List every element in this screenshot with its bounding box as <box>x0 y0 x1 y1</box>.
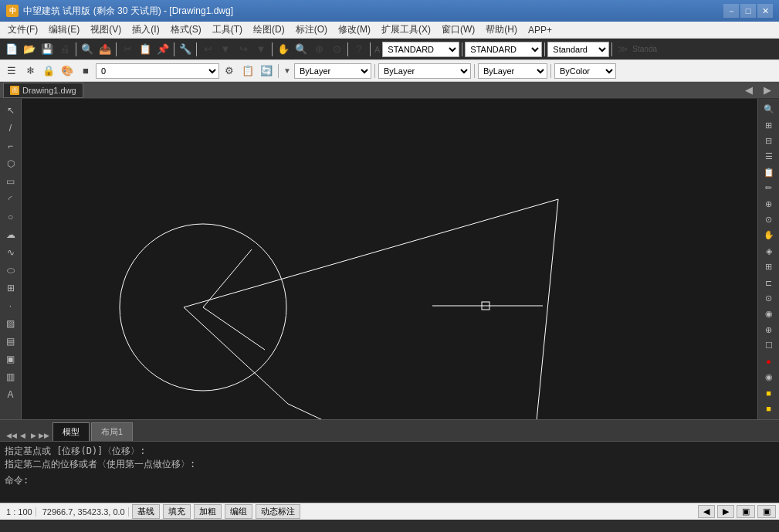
zoom-button[interactable]: ⊙ <box>328 41 345 58</box>
polar-r-button[interactable]: ⊙ <box>760 291 777 306</box>
point-button[interactable]: · <box>2 297 19 314</box>
layer-lock-button[interactable]: 🔒 <box>40 63 57 80</box>
grip1-button[interactable]: ▣ <box>737 505 755 518</box>
pan-button[interactable]: ✋ <box>275 41 292 58</box>
insert-block-button[interactable]: ⊞ <box>2 280 19 296</box>
osnap-r-button[interactable]: ◉ <box>760 307 777 321</box>
model-tab[interactable]: 模型 <box>52 422 90 441</box>
render-r-button[interactable]: ◉ <box>760 370 777 385</box>
tab-nav-next[interactable]: ▶ <box>28 430 39 441</box>
design-center-button[interactable]: ⊞ <box>760 117 777 132</box>
print-button[interactable]: 🖨 <box>56 41 73 58</box>
layer-icon2[interactable]: ■ <box>77 63 94 80</box>
bold-button[interactable]: 加粗 <box>194 504 222 519</box>
menu-ext-tools[interactable]: 扩展工具(X) <box>377 22 435 38</box>
publish-button[interactable]: 📤 <box>97 41 113 58</box>
otrack-r-button[interactable]: ⊕ <box>760 323 777 337</box>
more-button[interactable]: ≫ <box>615 41 632 58</box>
layer-color-button[interactable]: 🎨 <box>59 63 76 80</box>
ucs-r-button[interactable]: ☐ <box>760 338 777 353</box>
polyline-button[interactable]: ⌐ <box>2 137 19 154</box>
menu-edit[interactable]: 编辑(E) <box>44 22 84 38</box>
gradient-button[interactable]: ▤ <box>2 333 19 350</box>
menu-view[interactable]: 视图(V) <box>86 22 126 38</box>
minimize-button[interactable]: － <box>723 4 739 18</box>
menu-tools[interactable]: 工具(T) <box>208 22 247 38</box>
undo-button[interactable]: ↩ <box>199 41 216 58</box>
group-button[interactable]: 编组 <box>225 504 252 519</box>
cloud-button[interactable]: ☁ <box>2 226 19 243</box>
layout1-tab[interactable]: 布局1 <box>91 422 133 441</box>
menu-draw[interactable]: 绘图(D) <box>249 22 290 38</box>
paste-button[interactable]: 📌 <box>154 41 171 58</box>
fill-button[interactable]: 填充 <box>163 504 191 519</box>
redo-button[interactable]: ↪ <box>235 41 252 58</box>
zoom-r-button[interactable]: ⊙ <box>760 212 777 227</box>
spline-button[interactable]: ∿ <box>2 244 19 261</box>
scale-display[interactable]: 1 : 100 <box>3 507 36 517</box>
close-button[interactable]: ✕ <box>757 4 773 18</box>
multiline-text-button[interactable]: A <box>2 386 19 403</box>
wipeout-button[interactable]: ▥ <box>2 368 19 385</box>
menu-annotate[interactable]: 标注(O) <box>291 22 332 38</box>
lineweight-dropdown[interactable]: ByLayer <box>478 63 547 79</box>
dim-style-dropdown[interactable]: STANDARD <box>465 42 542 57</box>
zoom-window-button[interactable]: ⊕ <box>310 41 327 58</box>
rectangle-button[interactable]: ▭ <box>2 173 19 190</box>
dynamic-annotation-button[interactable]: 动态标注 <box>256 504 300 519</box>
match-prop-button[interactable]: 🔧 <box>177 41 194 58</box>
menu-app-plus[interactable]: APP+ <box>523 23 557 37</box>
grid-r-button[interactable]: ⊞ <box>760 259 777 274</box>
plotstyle-dropdown[interactable]: ByColor <box>554 63 616 79</box>
cut-button[interactable]: ✂ <box>119 41 136 58</box>
dimension-r-button[interactable]: ⊕ <box>760 196 777 211</box>
tab-nav-start[interactable]: ◀◀ <box>6 430 17 441</box>
layer-btn3[interactable]: 🔄 <box>258 63 275 80</box>
layer-properties-button[interactable]: ☰ <box>3 63 20 80</box>
menu-window[interactable]: 窗口(W) <box>437 22 479 38</box>
help-button[interactable]: ? <box>351 41 367 58</box>
text-style-dropdown[interactable]: STANDARD <box>382 42 459 57</box>
ellipse-button[interactable]: ⬭ <box>2 262 19 279</box>
print-preview-button[interactable]: 🔍 <box>79 41 96 58</box>
color-r-button[interactable]: ● <box>760 354 777 369</box>
zoom-realtime-button[interactable]: 🔍 <box>293 41 310 58</box>
maximize-button[interactable]: □ <box>740 4 756 18</box>
select-button[interactable]: ↖ <box>2 102 19 119</box>
open-button[interactable]: 📂 <box>21 41 38 58</box>
command-input[interactable] <box>29 476 774 486</box>
pan-r-button[interactable]: ✋ <box>760 228 777 242</box>
doc-tab[interactable]: 图 Drawing1.dwg <box>3 83 83 98</box>
snap-r-button[interactable]: ◈ <box>760 244 777 259</box>
layer-dropdown[interactable]: 0 <box>96 63 219 79</box>
save-button[interactable]: 💾 <box>39 41 56 58</box>
layer-manager-r-button[interactable]: ☰ <box>760 149 777 164</box>
doc-tab-arrow-left[interactable]: ◀ <box>740 82 757 99</box>
redo-dropdown[interactable]: ▼ <box>252 41 269 58</box>
scroll-left-button[interactable]: ◀ <box>698 505 715 518</box>
more-r-button[interactable]: ■ <box>760 402 777 416</box>
polygon-button[interactable]: ⬡ <box>2 155 19 172</box>
layer-freeze-button[interactable]: ❄ <box>22 63 39 80</box>
menu-insert[interactable]: 插入(I) <box>127 22 164 38</box>
arc-button[interactable]: ◜ <box>2 191 19 208</box>
menu-format[interactable]: 格式(S) <box>166 22 206 38</box>
doc-tab-arrow-right[interactable]: ▶ <box>759 82 776 99</box>
sheet-set-button[interactable]: 📋 <box>760 165 777 180</box>
scroll-right-button[interactable]: ▶ <box>717 505 734 518</box>
layer-settings-btn[interactable]: ⚙ <box>221 63 238 80</box>
properties-button[interactable]: 🔍 <box>760 102 777 117</box>
menu-help[interactable]: 帮助(H) <box>481 22 522 38</box>
baseline-button[interactable]: 基线 <box>132 504 160 519</box>
tab-nav-end[interactable]: ▶▶ <box>39 430 49 441</box>
linetype-dropdown[interactable]: ByLayer <box>378 63 471 79</box>
line-button[interactable]: / <box>2 120 19 137</box>
block-r-button[interactable]: ■ <box>760 385 777 400</box>
undo-dropdown[interactable]: ▼ <box>217 41 234 58</box>
tool-palette-button[interactable]: ⊟ <box>760 134 777 148</box>
grip2-button[interactable]: ▣ <box>757 505 776 518</box>
tab-nav-prev[interactable]: ◀ <box>17 430 28 441</box>
markup-button[interactable]: ✏ <box>760 181 777 195</box>
circle-button[interactable]: ○ <box>2 208 19 225</box>
ortho-r-button[interactable]: ⊏ <box>760 275 777 290</box>
